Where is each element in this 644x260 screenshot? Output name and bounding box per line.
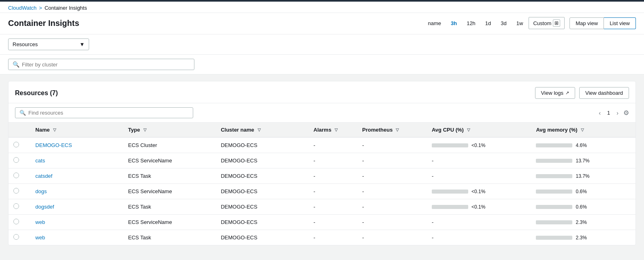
view-dashboard-button[interactable]: View dashboard <box>579 87 629 99</box>
th-cluster-label: Cluster name <box>221 127 254 133</box>
row-cluster-1: DEMOGO-ECS <box>216 153 309 168</box>
filter-by-cluster-input[interactable] <box>22 62 190 68</box>
row-radio-0[interactable] <box>13 142 19 147</box>
breadcrumb-bar: CloudWatch > Container Insights <box>0 2 644 13</box>
row-select-1 <box>9 153 30 168</box>
resources-dropdown[interactable]: Resources ▼ <box>8 38 89 50</box>
next-page-button[interactable]: › <box>614 108 621 118</box>
table-row: catsdefECS TaskDEMOGO-ECS---13.7% <box>9 168 635 184</box>
th-name-sort-icon: ▽ <box>53 128 56 132</box>
row-name-5: web <box>30 215 123 230</box>
row-alarms-4: - <box>309 199 357 215</box>
row-radio-1[interactable] <box>13 157 19 163</box>
row-radio-2[interactable] <box>13 173 19 178</box>
row-radio-5[interactable] <box>13 219 19 224</box>
row-avg-memory-6: 2.3% <box>531 230 635 245</box>
th-avg-memory[interactable]: Avg memory (%) ▽ <box>531 123 635 137</box>
time-btn-1d[interactable]: 1d <box>481 18 495 28</box>
row-name-link-0[interactable]: DEMOGO-ECS <box>35 142 72 148</box>
th-cluster-sort-icon: ▽ <box>258 128 261 132</box>
table-actions: View logs ↗ View dashboard <box>535 87 629 99</box>
row-alarms-5: - <box>309 215 357 230</box>
resources-table: Name ▽ Type ▽ Cluster name ▽ <box>9 123 635 245</box>
row-name-6: web <box>30 230 123 245</box>
time-btn-3h[interactable]: 3h <box>447 18 461 28</box>
view-logs-label: View logs <box>541 90 563 96</box>
table-toolbar: 🔍 ‹ 1 › ⚙ <box>9 103 635 123</box>
row-name-link-4[interactable]: dogsdef <box>35 204 54 210</box>
th-prometheus-label: Prometheus <box>362 127 392 133</box>
external-link-icon: ↗ <box>565 90 569 96</box>
time-btn-custom[interactable]: Custom ⊞ <box>529 17 565 29</box>
calendar-icon: ⊞ <box>553 19 560 27</box>
map-view-button[interactable]: Map view <box>569 17 604 29</box>
row-name-1: cats <box>30 153 123 168</box>
find-resources-input[interactable] <box>28 110 189 116</box>
table-body: DEMOGO-ECSECS ClusterDEMOGO-ECS--<0.1%4.… <box>9 137 635 245</box>
content-area: Resources (7) View logs ↗ View dashboard… <box>0 75 644 252</box>
page-title: Container Insights <box>8 19 79 28</box>
table-header-row: Name ▽ Type ▽ Cluster name ▽ <box>9 123 635 137</box>
time-btn-12h[interactable]: 12h <box>463 18 480 28</box>
th-prometheus[interactable]: Prometheus ▽ <box>357 123 427 137</box>
time-btn-1h[interactable]: name <box>424 18 445 28</box>
th-avg-cpu-sort-icon: ▽ <box>467 128 470 132</box>
view-buttons: Map view List view <box>569 17 636 29</box>
row-select-4 <box>9 199 30 215</box>
table-row: webECS TaskDEMOGO-ECS---2.3% <box>9 230 635 245</box>
breadcrumb-separator: > <box>39 5 42 11</box>
th-alarms[interactable]: Alarms ▽ <box>309 123 357 137</box>
th-cluster[interactable]: Cluster name ▽ <box>216 123 309 137</box>
breadcrumb-parent[interactable]: CloudWatch <box>8 5 36 11</box>
row-avg-memory-1: 13.7% <box>531 153 635 168</box>
time-btn-1w[interactable]: 1w <box>512 18 527 28</box>
row-name-link-2[interactable]: catsdef <box>35 173 52 179</box>
row-name-link-3[interactable]: dogs <box>35 188 47 194</box>
th-prometheus-sort-icon: ▽ <box>396 128 399 132</box>
row-name-link-6[interactable]: web <box>35 234 45 241</box>
prev-page-button[interactable]: ‹ <box>596 108 603 118</box>
row-type-4: ECS Task <box>123 199 216 215</box>
th-avg-cpu[interactable]: Avg CPU (%) ▽ <box>427 123 531 137</box>
th-name[interactable]: Name ▽ <box>30 123 123 137</box>
breadcrumb-current: Container Insights <box>45 5 87 11</box>
row-cluster-5: DEMOGO-ECS <box>216 215 309 230</box>
view-logs-button[interactable]: View logs ↗ <box>535 87 575 99</box>
row-prometheus-0: - <box>357 137 427 153</box>
row-select-2 <box>9 168 30 184</box>
row-name-link-5[interactable]: web <box>35 219 45 225</box>
row-avg-cpu-1: - <box>427 153 531 168</box>
list-view-button[interactable]: List view <box>604 17 636 29</box>
custom-label: Custom <box>533 20 551 26</box>
row-name-4: dogsdef <box>30 199 123 215</box>
row-avg-cpu-4: <0.1% <box>427 199 531 215</box>
table-title: Resources (7) <box>15 90 58 97</box>
dropdown-label: Resources <box>13 41 38 47</box>
th-type[interactable]: Type ▽ <box>123 123 216 137</box>
row-select-5 <box>9 215 30 230</box>
table-settings-icon[interactable]: ⚙ <box>623 109 629 117</box>
row-type-5: ECS ServiceName <box>123 215 216 230</box>
row-name-link-1[interactable]: cats <box>35 158 45 164</box>
th-avg-memory-label: Avg memory (%) <box>536 127 577 133</box>
time-controls: name 3h 12h 1d 3d 1w Custom ⊞ <box>424 17 565 29</box>
th-type-sort-icon: ▽ <box>143 128 147 132</box>
row-radio-4[interactable] <box>13 203 19 209</box>
row-radio-6[interactable] <box>13 234 19 240</box>
dropdown-arrow-icon: ▼ <box>79 41 85 47</box>
row-cluster-4: DEMOGO-ECS <box>216 199 309 215</box>
row-type-3: ECS ServiceName <box>123 184 216 199</box>
table-container: Resources (7) View logs ↗ View dashboard… <box>8 81 636 245</box>
row-alarms-2: - <box>309 168 357 184</box>
th-select <box>9 123 30 137</box>
row-radio-3[interactable] <box>13 188 19 194</box>
table-header: Resources (7) View logs ↗ View dashboard <box>9 81 635 103</box>
row-avg-cpu-3: <0.1% <box>427 184 531 199</box>
row-avg-memory-5: 2.3% <box>531 215 635 230</box>
row-avg-cpu-2: - <box>427 168 531 184</box>
table-row: dogsdefECS TaskDEMOGO-ECS--<0.1%0.6% <box>9 199 635 215</box>
row-type-6: ECS Task <box>123 230 216 245</box>
time-btn-3d[interactable]: 3d <box>497 18 510 28</box>
row-prometheus-5: - <box>357 215 427 230</box>
row-prometheus-4: - <box>357 199 427 215</box>
